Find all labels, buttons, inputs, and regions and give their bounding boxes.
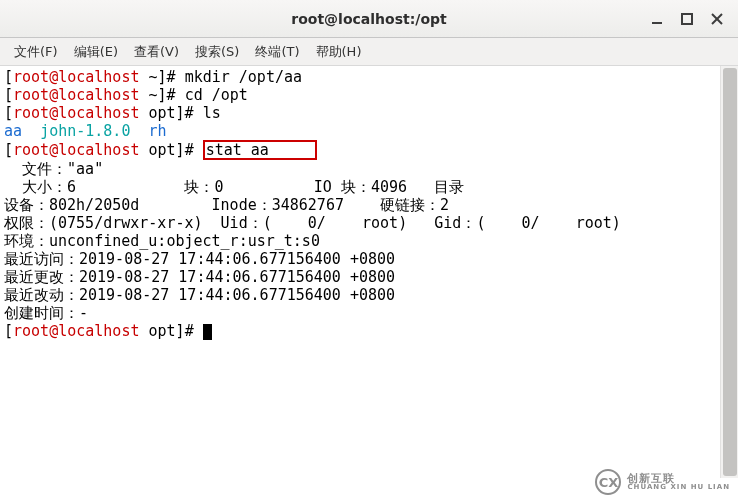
stat-label: Gid： [434,214,476,232]
window-title: root@localhost:/opt [291,11,446,27]
prompt-path: opt [149,141,176,159]
prompt-user: root@localhost [13,104,139,122]
watermark-text: 创新互联 CHUANG XIN HU LIAN [627,473,730,492]
svg-rect-0 [652,22,662,24]
stat-value: 2019-08-27 17:44:06.677156400 +0800 [79,268,395,286]
highlight-box: stat aa [203,140,317,160]
stat-value: ( 0/ root) [476,214,621,232]
stat-label: 创建时间： [4,304,79,322]
stat-label: Uid： [221,214,263,232]
stat-value: ( 0/ root) [263,214,408,232]
maximize-button[interactable] [672,7,702,31]
stat-value: 6 [67,178,76,196]
prompt-path: opt [149,322,176,340]
menu-search[interactable]: 搜索(S) [187,39,247,65]
stat-label: 环境： [4,232,49,250]
stat-value: 目录 [434,178,464,196]
stat-value: "aa" [67,160,103,178]
stat-value: 802h/2050d [49,196,139,214]
prompt-user: root@localhost [13,141,139,159]
stat-label: 大小： [4,178,67,196]
menu-view[interactable]: 查看(V) [126,39,187,65]
cmd: stat aa [206,141,314,159]
menu-terminal[interactable]: 终端(T) [247,39,307,65]
menu-file[interactable]: 文件(F) [6,39,66,65]
minimize-button[interactable] [642,7,672,31]
stat-label: 硬链接： [380,196,440,214]
prompt-path: ~ [149,68,158,86]
stat-value: 2 [440,196,449,214]
stat-label: 设备： [4,196,49,214]
menu-edit[interactable]: 编辑(E) [66,39,126,65]
stat-value: unconfined_u:object_r:usr_t:s0 [49,232,320,250]
close-button[interactable] [702,7,732,31]
prompt-user: root@localhost [13,86,139,104]
scroll-thumb[interactable] [723,68,737,476]
watermark: CX 创新互联 CHUANG XIN HU LIAN [595,469,730,495]
terminal-area[interactable]: [root@localhost ~]# mkdir /opt/aa [root@… [0,66,720,501]
stat-value: 2019-08-27 17:44:06.677156400 +0800 [79,286,395,304]
stat-value: 4096 [371,178,407,196]
prompt-hash: # [185,141,203,159]
watermark-badge-icon: CX [595,469,621,495]
stat-label: IO 块： [314,178,371,196]
titlebar: root@localhost:/opt [0,0,738,38]
stat-value: - [79,304,88,322]
prompt-path: opt [149,104,176,122]
stat-label: 文件： [4,160,67,178]
stat-value: 2019-08-27 17:44:06.677156400 +0800 [79,250,395,268]
window-controls [642,0,732,37]
stat-label: 最近访问： [4,250,79,268]
stat-label: 块： [184,178,214,196]
stat-label: Inode： [212,196,272,214]
ls-entry: rh [149,122,167,140]
menu-help[interactable]: 帮助(H) [308,39,370,65]
svg-rect-1 [682,14,692,24]
stat-value: 0 [214,178,223,196]
ls-entry: aa [4,122,22,140]
cmd: cd /opt [185,86,248,104]
scrollbar[interactable] [720,66,738,478]
stat-value: 34862767 [272,196,344,214]
prompt-user: root@localhost [13,322,139,340]
cursor-icon [203,324,212,340]
ls-entry: john-1.8.0 [40,122,130,140]
stat-label: 权限： [4,214,49,232]
prompt-user: root@localhost [13,68,139,86]
cmd: ls [203,104,221,122]
stat-label: 最近改动： [4,286,79,304]
prompt-path: ~ [149,86,158,104]
watermark-line2: CHUANG XIN HU LIAN [627,484,730,491]
stat-value: (0755/drwxr-xr-x) [49,214,203,232]
menubar: 文件(F) 编辑(E) 查看(V) 搜索(S) 终端(T) 帮助(H) [0,38,738,66]
prompt-hash: # [185,322,203,340]
stat-label: 最近更改： [4,268,79,286]
cmd: mkdir /opt/aa [185,68,302,86]
